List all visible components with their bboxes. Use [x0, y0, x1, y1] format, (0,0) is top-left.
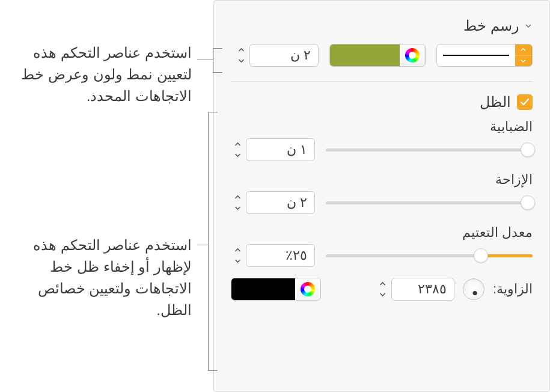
stepper-up-icon[interactable]: [231, 245, 244, 255]
stepper-up-icon[interactable]: [231, 139, 244, 149]
opacity-slider[interactable]: [326, 248, 533, 263]
chevron-down-icon: [524, 22, 533, 30]
color-picker-button[interactable]: [295, 278, 320, 300]
stroke-style-stepper[interactable]: [515, 44, 532, 66]
stroke-color-well[interactable]: [329, 44, 426, 67]
angle-row: الزاوية:: [231, 278, 533, 301]
chevron-down-icon[interactable]: [515, 56, 531, 67]
blur-input[interactable]: [246, 138, 315, 161]
offset-label: الإزاحة: [231, 172, 533, 188]
angle-field: [376, 278, 454, 301]
stroke-section-header[interactable]: رسم خط: [231, 17, 533, 34]
offset-input[interactable]: [246, 191, 315, 214]
color-wheel-icon: [301, 282, 315, 296]
stroke-sample: [437, 55, 515, 56]
stroke-color-swatch[interactable]: [330, 44, 400, 66]
offset-slider[interactable]: [326, 195, 533, 210]
blur-row: [231, 138, 533, 161]
stroke-controls-row: [231, 44, 533, 67]
stepper-down-icon[interactable]: [231, 203, 244, 213]
angle-dial[interactable]: [463, 278, 484, 300]
stepper-up-icon[interactable]: [376, 279, 390, 289]
callout-line: [213, 48, 222, 49]
shadow-checkbox[interactable]: [517, 94, 533, 110]
stepper-down-icon[interactable]: [231, 150, 244, 160]
stepper-down-icon[interactable]: [231, 256, 244, 266]
stepper-up-icon[interactable]: [234, 45, 248, 55]
stepper-down-icon[interactable]: [234, 56, 248, 66]
dial-indicator-icon: [472, 291, 477, 295]
stroke-width-field: [234, 44, 319, 67]
opacity-label: معدل التعتيم: [231, 225, 533, 240]
section-title: رسم خط: [463, 17, 519, 34]
callout-line: [213, 48, 213, 72]
callout-line: [197, 60, 213, 60]
callout-shadow: استخدم عناصر التحكم هذه لإظهار أو إخفاء …: [5, 234, 192, 321]
opacity-input[interactable]: [246, 244, 315, 267]
shadow-color-swatch[interactable]: [231, 278, 295, 300]
shadow-checkbox-row: الظل: [231, 94, 533, 111]
angle-input[interactable]: [391, 278, 454, 301]
stroke-style-dropdown[interactable]: [436, 44, 533, 67]
format-panel: رسم خط الظل الض: [213, 0, 550, 392]
divider: [231, 81, 533, 82]
callout-stroke: استخدم عناصر التحكم هذه لتعيين نمط ولون …: [5, 42, 192, 107]
angle-label: الزاوية:: [493, 281, 533, 297]
stroke-width-stepper: [234, 44, 248, 67]
callout-line: [208, 112, 209, 370]
callout-line: [197, 245, 208, 245]
blur-label: الضبابية: [231, 119, 533, 135]
chevron-up-icon[interactable]: [515, 44, 531, 56]
shadow-checkbox-label: الظل: [480, 94, 511, 111]
callout-line: [208, 112, 218, 112]
stroke-width-input[interactable]: [249, 44, 319, 67]
offset-row: [231, 191, 533, 214]
blur-slider[interactable]: [326, 142, 533, 157]
offset-field: [231, 191, 315, 214]
shadow-color-well[interactable]: [231, 278, 321, 301]
stepper-up-icon[interactable]: [231, 192, 244, 202]
callout-line: [213, 72, 222, 73]
callout-line: [208, 370, 218, 371]
blur-field: [231, 138, 315, 161]
color-picker-button[interactable]: [400, 44, 425, 66]
color-wheel-icon: [405, 48, 420, 63]
opacity-field: [231, 244, 315, 267]
opacity-row: [231, 244, 533, 267]
stepper-down-icon[interactable]: [376, 290, 390, 299]
